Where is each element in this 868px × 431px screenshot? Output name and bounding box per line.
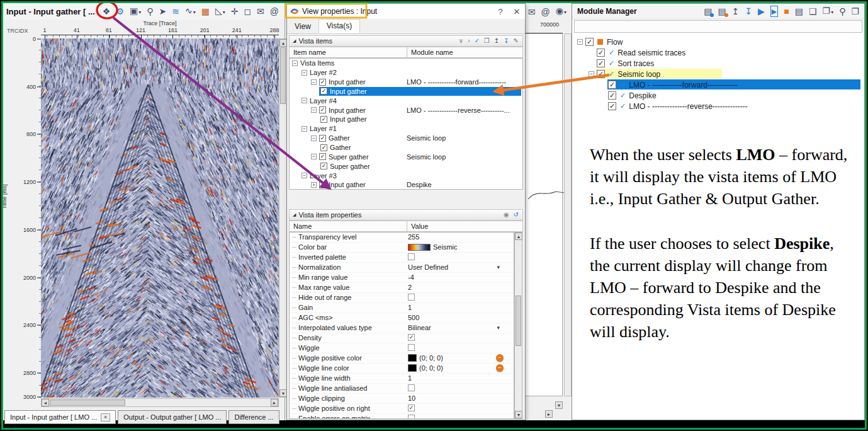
column-value[interactable]: Value	[407, 221, 428, 231]
close-button[interactable]: ✕	[509, 7, 525, 16]
chevron-down-icon[interactable]: ▾	[831, 9, 833, 15]
tab-difference[interactable]: Difference ...	[228, 410, 279, 424]
module-row[interactable]: −✓Flow	[576, 37, 862, 47]
property-value[interactable]: 255	[408, 233, 419, 241]
scroll-right-icon[interactable]: ►	[545, 410, 553, 418]
column-module-name[interactable]: Module name	[407, 47, 453, 57]
property-value[interactable]: User Defined	[408, 263, 448, 271]
close-tab-icon[interactable]: ×	[101, 413, 110, 422]
vista-item-row[interactable]: ✓Input gather	[290, 87, 522, 96]
property-value[interactable]	[408, 253, 417, 260]
tab-vistas[interactable]: Vista(s)	[318, 19, 360, 33]
chevron-right-icon[interactable]: ›	[468, 36, 470, 46]
dialog-titlebar[interactable]: View properties : Input ? ✕	[287, 4, 525, 20]
scroll-up-icon[interactable]: ▲	[515, 233, 522, 240]
property-value[interactable]	[408, 384, 417, 391]
compass-icon[interactable]: ◉▾	[556, 6, 566, 18]
expand-icon[interactable]: +	[311, 182, 317, 188]
property-value[interactable]: ✓	[408, 334, 417, 341]
background-window-scrollbar[interactable]	[564, 33, 572, 396]
export-icon[interactable]: ↧	[504, 36, 509, 46]
collapse-icon[interactable]: −	[589, 71, 594, 77]
remove-badge-icon[interactable]: −	[496, 364, 504, 372]
property-value[interactable]	[408, 344, 417, 351]
property-checkbox[interactable]: ✓	[408, 405, 415, 411]
property-checkbox[interactable]	[408, 384, 415, 391]
new-flow-icon[interactable]: ❏	[809, 6, 817, 16]
scroll-right-icon[interactable]: ►	[271, 399, 278, 406]
vista-item-row[interactable]: ✓Gather	[290, 143, 522, 152]
module-row[interactable]: ✓✓Sort traces	[576, 58, 862, 69]
property-value[interactable]: (0; 0; 0)	[408, 364, 443, 372]
help-button[interactable]: ?	[492, 7, 509, 16]
collapse-icon[interactable]: −	[577, 39, 583, 45]
property-row[interactable]: Min range value-4	[290, 273, 514, 283]
vista-item-row[interactable]: −✓Super gatherSeismic loop	[290, 152, 522, 161]
collapse-icon[interactable]: −	[302, 126, 307, 132]
chevron-down-icon[interactable]: ∨	[459, 36, 463, 46]
property-row[interactable]: Inverted palette	[290, 253, 514, 263]
module-checkbox[interactable]: ✓	[608, 81, 616, 89]
property-row[interactable]: Wiggle line antialiased	[290, 384, 514, 394]
collapse-icon[interactable]: ◢	[293, 212, 296, 217]
record-icon[interactable]: ◉	[504, 210, 509, 220]
collapse-icon[interactable]: −	[311, 135, 317, 141]
property-checkbox[interactable]	[408, 294, 415, 301]
seismic-display[interactable]	[41, 38, 279, 398]
colorbar-swatch[interactable]	[408, 244, 431, 251]
property-row[interactable]: AGC <ms>500	[290, 313, 514, 323]
module-checkbox[interactable]: ✓	[608, 102, 616, 110]
module-manager-filter-bar[interactable]	[574, 20, 862, 33]
property-value[interactable]: 10	[408, 394, 415, 402]
property-row[interactable]: Enable errors on matrix	[290, 414, 514, 419]
item-checkbox[interactable]: ✓	[320, 144, 327, 151]
vista-item-row[interactable]: ✓Super gather	[290, 161, 522, 171]
scroll-down-icon[interactable]: ▼	[555, 401, 563, 409]
property-row[interactable]: Color barSeismic	[290, 243, 514, 253]
crosshair-icon[interactable]: ✛	[231, 6, 239, 16]
color-swatch[interactable]	[408, 364, 417, 372]
copy-icon[interactable]: ❐	[484, 36, 490, 46]
zoom-icon[interactable]: ⚲	[147, 6, 153, 16]
zoom-percent-icon[interactable]: @	[270, 6, 279, 16]
property-row[interactable]: Wiggle line width1	[290, 374, 514, 384]
item-checkbox[interactable]: ✓	[319, 181, 326, 188]
seismic-image[interactable]	[41, 38, 279, 398]
collapse-icon[interactable]: ◢	[293, 38, 296, 43]
property-value[interactable]: 1	[408, 374, 412, 382]
collapse-icon[interactable]: −	[302, 98, 307, 103]
chevron-down-icon[interactable]: ▾	[223, 9, 225, 15]
eraser-icon[interactable]: ✎	[514, 36, 519, 46]
scrollbar-thumb[interactable]	[516, 296, 521, 346]
property-row[interactable]: Gain1	[290, 303, 514, 313]
item-checkbox[interactable]: ✓	[319, 79, 326, 86]
layers-icon[interactable]: ≋	[172, 6, 179, 16]
module-row[interactable]: ✓✓Read seismic traces	[576, 47, 862, 58]
collapse-icon[interactable]: −	[311, 107, 317, 113]
tab-output-gather[interactable]: Output - Output gather [ LMO ...	[118, 410, 227, 424]
property-row[interactable]: Wiggle	[290, 343, 514, 353]
import-icon[interactable]: ↥	[494, 36, 499, 46]
property-value[interactable]: 2	[408, 284, 412, 291]
property-checkbox[interactable]	[408, 415, 415, 419]
property-value[interactable]	[408, 294, 417, 301]
item-checkbox[interactable]: ✓	[319, 153, 326, 160]
remove-module-icon[interactable]: ▤	[718, 6, 726, 16]
property-row[interactable]: Wiggle positive on right✓	[290, 404, 514, 414]
chevron-down-icon[interactable]: ▾	[564, 9, 566, 15]
vista-item-row[interactable]: −Layer #1	[290, 124, 522, 134]
column-name[interactable]: Name	[293, 222, 312, 230]
tab-view[interactable]: View	[287, 20, 318, 33]
property-row[interactable]: Wiggle positive color(0; 0; 0)−	[290, 353, 514, 364]
item-checkbox[interactable]: ✓	[320, 163, 327, 170]
run-flow-icon[interactable]: ▶	[758, 6, 765, 16]
remove-badge-icon[interactable]: −	[496, 354, 504, 362]
vista-item-row[interactable]: +✓Input gatherDespike	[290, 180, 522, 190]
tab-input-gather[interactable]: Input - Input gather [ LMO ... ×	[4, 410, 116, 424]
move-down-icon[interactable]: ↧	[745, 6, 752, 16]
module-checkbox[interactable]: ✓	[585, 38, 594, 46]
add-module-icon[interactable]: ▤	[704, 6, 712, 16]
module-row[interactable]: ✓✓LMO - --------------reverse-----------…	[576, 101, 862, 112]
collapse-icon[interactable]: −	[311, 79, 317, 85]
vista-item-row[interactable]: ✓Input gather	[290, 115, 522, 124]
